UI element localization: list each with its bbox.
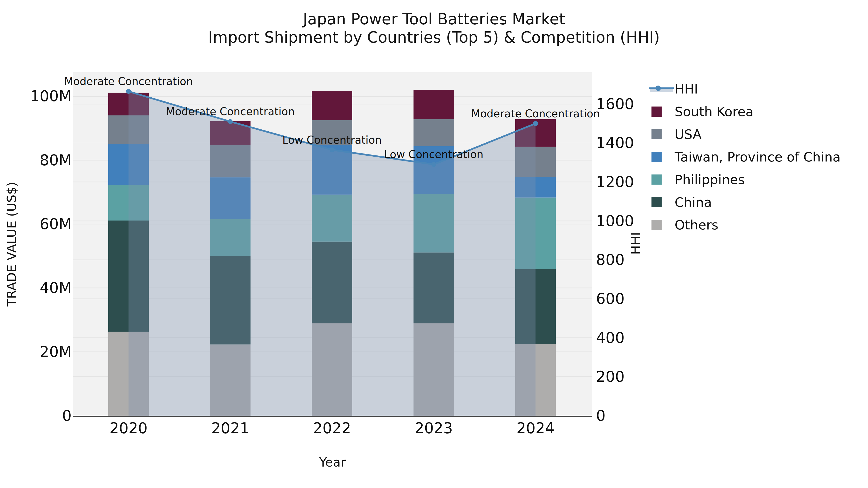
legend-label: Philippines [675, 172, 745, 187]
x-tick-label: 2021 [211, 419, 249, 437]
y-right-tick-label: 1200 [596, 173, 634, 191]
legend-label: China [675, 195, 712, 210]
hhi-annotation: Moderate Concentration [166, 105, 295, 118]
legend-label: USA [675, 127, 702, 142]
y-right-tick-label: 400 [596, 329, 624, 347]
legend-label: Others [675, 217, 718, 233]
x-tick-label: 2023 [415, 419, 453, 437]
legend-swatch [651, 106, 661, 117]
legend-swatch [651, 152, 661, 162]
legend-swatch [651, 174, 661, 185]
y-left-tick-label: 20M [40, 343, 72, 360]
hhi-annotation: Low Concentration [282, 134, 382, 146]
hhi-annotation: Moderate Concentration [64, 75, 193, 88]
legend-label: South Korea [675, 104, 753, 119]
hhi-annotation: Low Concentration [384, 148, 484, 161]
legend-hhi-marker [656, 86, 661, 91]
legend-swatch [651, 220, 661, 230]
hhi-marker [330, 148, 334, 152]
y-right-tick-label: 1600 [596, 95, 634, 113]
y-right-tick-label: 1400 [596, 134, 634, 152]
y-right-tick-label: 0 [596, 407, 606, 424]
y-left-tick-label: 40M [40, 279, 72, 297]
legend-label: Taiwan, Province of China [674, 150, 840, 165]
y-left-tick-label: 100M [30, 87, 72, 105]
figure: Japan Power Tool Batteries Market Import… [0, 0, 868, 488]
legend-swatch [651, 197, 661, 207]
y-right-tick-label: 1000 [596, 212, 634, 230]
y-right-tick-label: 600 [596, 290, 624, 307]
chart-canvas: Moderate ConcentrationModerate Concentra… [0, 0, 868, 488]
legend-label: HHI [675, 82, 698, 97]
hhi-marker [126, 89, 131, 94]
hhi-annotation: Moderate Concentration [471, 107, 600, 120]
y-left-tick-label: 60M [40, 215, 72, 233]
y-left-tick-label: 80M [40, 151, 72, 169]
y-right-tick-label: 800 [596, 251, 624, 268]
hhi-marker [431, 162, 436, 167]
x-tick-label: 2024 [517, 419, 555, 437]
legend-swatch [651, 129, 661, 139]
bar-segment [413, 119, 454, 146]
hhi-marker [228, 119, 233, 124]
bar-segment [312, 91, 352, 120]
hhi-marker [533, 121, 538, 126]
y-left-tick-label: 0 [62, 407, 72, 424]
bar-segment [413, 90, 454, 119]
x-tick-label: 2022 [313, 419, 351, 437]
x-tick-label: 2020 [110, 419, 148, 437]
y-right-tick-label: 200 [596, 368, 624, 385]
